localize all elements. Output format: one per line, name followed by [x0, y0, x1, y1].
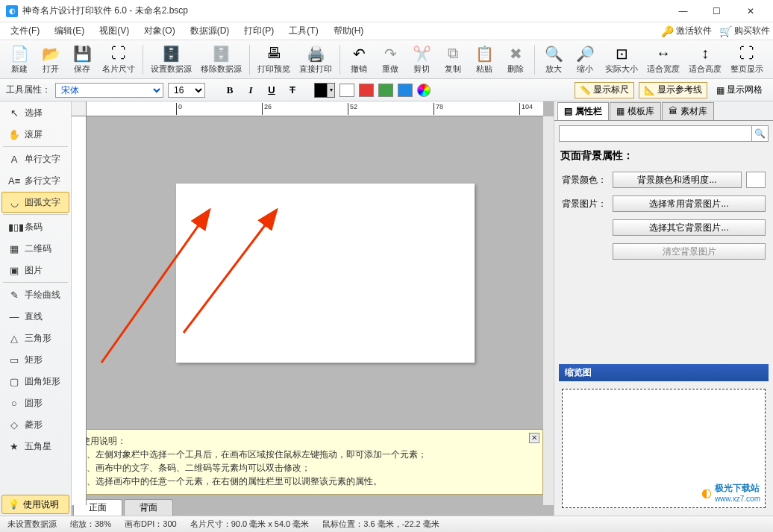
zoom-out-icon: 🔎 — [576, 45, 594, 63]
tool-0[interactable]: ↖选择 — [1, 102, 69, 123]
actual-size-button[interactable]: ⊡实际大小 — [601, 43, 642, 77]
menu-tools[interactable]: 工具(T) — [281, 23, 325, 39]
color-blue[interactable] — [398, 84, 413, 97]
help-close-button[interactable]: ✕ — [529, 433, 539, 443]
usage-help-button[interactable]: 💡使用说明 — [1, 495, 69, 514]
tool-5[interactable]: ▮▯▮条码 — [1, 216, 69, 237]
cardsize-icon: ⛶ — [110, 45, 128, 63]
titlebar: ◐ 神奇名片设计打印软件 6.0 - 未命名2.bscp — ☐ ✕ — [0, 0, 773, 22]
zoom-in-button[interactable]: 🔍放大 — [539, 43, 569, 77]
zoom-out-button[interactable]: 🔎缩小 — [570, 43, 600, 77]
undo-button[interactable]: ↶撤销 — [344, 43, 374, 77]
watermark: ◐ 极光下载站 www.xz7.com — [701, 482, 760, 503]
set-datasource-button[interactable]: 🗄️设置数据源 — [147, 43, 195, 77]
help-line-1: 1、左侧对象栏中选择一个工具后，在画布区域按住鼠标左键拖动，即可添加一个元素； — [81, 448, 535, 461]
fit-page-button[interactable]: ⛶整页显示 — [727, 43, 767, 77]
bg-color-swatch[interactable] — [746, 172, 766, 188]
tool-11[interactable]: ▭矩形 — [1, 349, 69, 370]
tool-9[interactable]: —直线 — [1, 306, 69, 327]
delete-button[interactable]: ✖删除 — [501, 43, 531, 77]
minimize-button[interactable]: — — [666, 0, 700, 22]
color-white[interactable] — [339, 84, 354, 97]
save-button[interactable]: 💾保存 — [67, 43, 97, 77]
menu-object[interactable]: 对象(O) — [137, 23, 182, 39]
color-wheel-button[interactable] — [417, 84, 431, 97]
menu-datasource[interactable]: 数据源(D) — [183, 23, 237, 39]
tool-13[interactable]: ○圆形 — [1, 392, 69, 413]
tool-10[interactable]: △三角形 — [1, 328, 69, 348]
bg-image-clear-button[interactable]: 清空背景图片 — [613, 243, 766, 260]
save-icon: 💾 — [73, 45, 91, 63]
tool-2[interactable]: A单行文字 — [1, 148, 69, 169]
color-red[interactable] — [359, 84, 374, 97]
fit-width-button[interactable]: ↔适合宽度 — [643, 43, 683, 77]
tab-templates[interactable]: ▦模板库 — [610, 102, 661, 120]
cut-button[interactable]: ✂️剪切 — [407, 43, 436, 77]
buy-link[interactable]: 🛒购买软件 — [719, 25, 770, 37]
vertical-ruler[interactable] — [72, 116, 87, 505]
bg-image-other-button[interactable]: 选择其它背景图片... — [613, 219, 766, 236]
print-button[interactable]: 🖨️直接打印 — [295, 43, 336, 77]
cart-icon: 🛒 — [719, 25, 732, 37]
tool-icon-7: ▣ — [8, 265, 20, 276]
font-select[interactable]: 宋体 — [55, 83, 163, 98]
show-ruler-button[interactable]: 📏显示标尺 — [575, 82, 634, 98]
copy-button[interactable]: ⧉复制 — [438, 43, 468, 77]
fit-height-button[interactable]: ↕适合高度 — [685, 43, 725, 77]
tool-label-9: 直线 — [25, 310, 43, 323]
open-button[interactable]: 📂打开 — [36, 43, 66, 77]
menu-edit[interactable]: 编辑(E) — [47, 23, 92, 39]
canvas-viewport[interactable] — [87, 116, 543, 426]
remove-ds-icon: 🗄️ — [213, 45, 231, 63]
new-button[interactable]: 📄新建 — [4, 43, 34, 77]
activate-link[interactable]: 🔑激活软件 — [661, 25, 712, 37]
tool-12[interactable]: ▢圆角矩形 — [1, 371, 69, 392]
show-grid-button[interactable]: ▦显示网格 — [712, 82, 767, 98]
menu-file[interactable]: 文件(F) — [3, 23, 47, 39]
tool-14[interactable]: ◇菱形 — [1, 414, 69, 435]
tool-icon-8: ✎ — [8, 290, 20, 301]
close-button[interactable]: ✕ — [733, 0, 767, 22]
paste-button[interactable]: 📋粘贴 — [469, 43, 499, 77]
tool-7[interactable]: ▣图片 — [1, 260, 69, 281]
bg-image-common-button[interactable]: 选择常用背景图片... — [613, 195, 766, 212]
text-color-picker[interactable]: ▾ — [314, 83, 335, 98]
bulb-icon: 💡 — [8, 499, 19, 510]
tool-6[interactable]: ▦二维码 — [1, 238, 69, 259]
tab-assets[interactable]: 🏛素材库 — [662, 102, 714, 120]
tool-15[interactable]: ★五角星 — [1, 436, 69, 457]
show-guides-button[interactable]: 📐显示参考线 — [639, 82, 707, 98]
tool-8[interactable]: ✎手绘曲线 — [1, 284, 69, 305]
bold-button[interactable]: B — [222, 83, 238, 98]
tool-label-13: 圆形 — [25, 397, 43, 410]
tool-1[interactable]: ✋滚屏 — [1, 124, 69, 145]
status-dpi: 画布DPI：300 — [125, 519, 177, 530]
horizontal-ruler[interactable]: 0 26 52 78 104 — [87, 101, 543, 116]
tool-3[interactable]: A≡多行文字 — [1, 170, 69, 191]
remove-datasource-button[interactable]: 🗄️移除数据源 — [197, 43, 245, 77]
underline-button[interactable]: U — [263, 83, 280, 98]
menu-view[interactable]: 视图(V) — [92, 23, 137, 39]
strikethrough-button[interactable]: T — [284, 83, 301, 98]
redo-button[interactable]: ↷重做 — [375, 43, 405, 77]
tool-4[interactable]: ◡圆弧文字 — [1, 192, 69, 213]
bg-color-button[interactable]: 背景颜色和透明度... — [613, 172, 742, 188]
menu-help[interactable]: 帮助(H) — [326, 23, 372, 39]
menu-print[interactable]: 打印(P) — [237, 23, 281, 39]
tab-properties[interactable]: ▤属性栏 — [557, 102, 609, 120]
cardsize-button[interactable]: ⛶名片尺寸 — [98, 43, 139, 77]
maximize-button[interactable]: ☐ — [700, 0, 733, 22]
italic-button[interactable]: I — [242, 83, 259, 98]
font-size-select[interactable]: 16 — [168, 83, 205, 98]
paste-icon: 📋 — [475, 45, 493, 63]
vertical-scrollbar[interactable] — [543, 116, 554, 505]
tool-palette: ↖选择✋滚屏A单行文字A≡多行文字◡圆弧文字▮▯▮条码▦二维码▣图片✎手绘曲线—… — [0, 101, 72, 516]
color-green[interactable] — [378, 84, 393, 97]
search-button[interactable]: 🔍 — [751, 126, 768, 141]
tool-icon-3: A≡ — [8, 175, 20, 187]
search-input[interactable] — [560, 128, 751, 139]
tool-icon-15: ★ — [8, 441, 20, 452]
print-preview-button[interactable]: 🖶打印预览 — [254, 43, 294, 77]
canvas-page[interactable] — [176, 184, 475, 363]
tab-back[interactable]: 背面 — [124, 499, 173, 516]
